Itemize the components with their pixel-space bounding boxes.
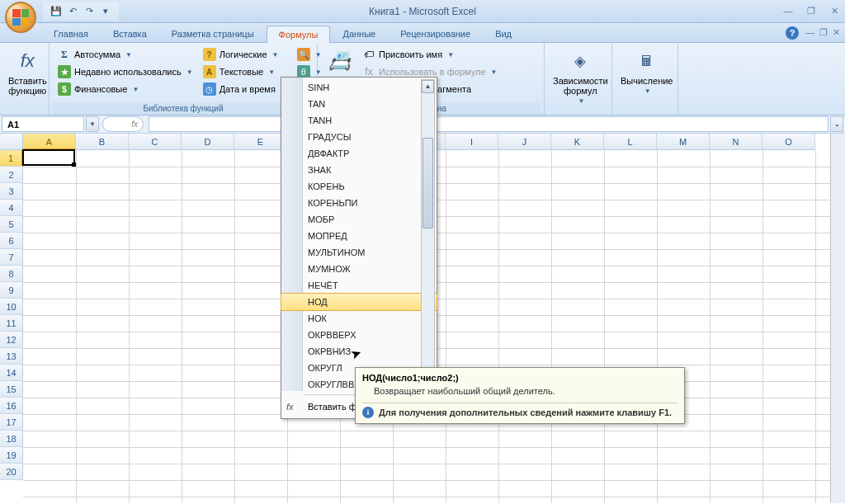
row-headers: 1234567891011121314151617181920 [0, 150, 23, 480]
row-header[interactable]: 19 [0, 447, 23, 464]
qat-dropdown-icon[interactable]: ▾ [99, 5, 112, 18]
active-cell[interactable] [22, 149, 75, 166]
wb-minimize-button[interactable]: — [805, 27, 814, 38]
minimize-button[interactable]: — [781, 6, 795, 16]
office-button[interactable] [5, 2, 36, 33]
tab-view[interactable]: Вид [483, 25, 524, 42]
redo-icon[interactable]: ↷ [83, 5, 96, 18]
column-header[interactable]: L [604, 134, 657, 150]
row-header[interactable]: 8 [0, 266, 23, 282]
define-name-button[interactable]: 🏷Присвоить имя▼ [359, 46, 500, 63]
tab-formulas[interactable]: Формулы [267, 26, 331, 43]
formula-input[interactable] [149, 116, 828, 132]
function-menu-item[interactable]: МОПРЕД [281, 228, 437, 244]
row-header[interactable]: 14 [0, 365, 23, 381]
column-header[interactable]: M [657, 134, 710, 150]
column-header[interactable]: C [129, 134, 182, 150]
column-header[interactable]: D [182, 134, 234, 150]
row-header[interactable]: 12 [0, 332, 23, 348]
tab-data[interactable]: Данные [330, 25, 388, 42]
function-menu-item[interactable]: КОРЕНЬ [281, 178, 437, 195]
close-button[interactable]: ✕ [827, 6, 842, 16]
column-header[interactable]: I [446, 134, 498, 150]
tab-review[interactable]: Рецензирование [388, 25, 483, 42]
window-controls: — ❐ ✕ [781, 6, 842, 16]
row-header[interactable]: 15 [0, 381, 23, 398]
function-menu-item[interactable]: ОКРВНИЗ [281, 343, 437, 360]
text-button[interactable]: AТекстовые▼ [200, 64, 290, 80]
autosum-button[interactable]: ΣАвтосумма▼ [54, 46, 196, 63]
row-header[interactable]: 3 [0, 183, 23, 200]
function-menu-item[interactable]: ГРАДУСЫ [281, 129, 437, 145]
wb-restore-button[interactable]: ❐ [819, 27, 828, 38]
scroll-thumb[interactable] [422, 138, 433, 228]
row-header[interactable]: 16 [0, 398, 23, 414]
undo-icon[interactable]: ↶ [66, 5, 79, 18]
menu-scrollbar[interactable]: ▲ ▼ [421, 79, 435, 389]
row-header[interactable]: 18 [0, 431, 23, 447]
datetime-button[interactable]: ◷Дата и время▼ [200, 81, 290, 97]
row-header[interactable]: 5 [0, 216, 23, 233]
tab-page-layout[interactable]: Разметка страницы [159, 25, 267, 42]
financial-button[interactable]: $Финансовые▼ [54, 81, 196, 97]
name-box-dropdown[interactable]: ▼ [86, 116, 99, 132]
row-header[interactable]: 10 [0, 299, 23, 315]
function-menu-item[interactable]: НЕЧЁТ [281, 277, 437, 294]
row-header[interactable]: 17 [0, 414, 23, 431]
vertical-scrollbar[interactable] [830, 134, 845, 503]
function-menu-item[interactable]: ЗНАК [281, 162, 437, 178]
row-header[interactable]: 6 [0, 233, 23, 249]
scroll-up-button[interactable]: ▲ [422, 80, 434, 93]
row-header[interactable]: 2 [0, 167, 23, 183]
fx-button[interactable]: fx [102, 116, 144, 132]
function-menu-item[interactable]: TAN [281, 96, 437, 112]
column-header[interactable]: N [710, 134, 762, 150]
select-all-corner[interactable] [0, 134, 23, 150]
row-header[interactable]: 13 [0, 348, 23, 365]
function-menu-item[interactable]: НОД [281, 293, 437, 311]
office-logo-icon [12, 9, 29, 26]
tab-insert[interactable]: Вставка [101, 25, 159, 42]
function-menu-item[interactable]: SINH [281, 79, 437, 96]
formula-auditing-button[interactable]: ◈ Зависимости формул ▼ [548, 45, 613, 108]
column-header[interactable]: A [23, 134, 76, 150]
fx-icon: fx [286, 402, 294, 412]
function-tooltip: НОД(число1;число2;) Возвращает наибольши… [355, 367, 685, 424]
calculation-button[interactable]: 🖩 Вычисление ▼ [616, 45, 678, 98]
function-menu-item[interactable]: МОБР [281, 211, 437, 228]
help-icon[interactable]: ? [786, 26, 799, 40]
column-header[interactable]: E [234, 134, 287, 150]
column-header[interactable]: J [498, 134, 551, 150]
wb-close-button[interactable]: ✕ [833, 27, 840, 38]
function-menu-item[interactable]: ОКРВВЕРХ [281, 327, 437, 343]
maximize-button[interactable]: ❐ [804, 6, 819, 16]
row-header[interactable]: 20 [0, 464, 23, 480]
expand-formula-bar-icon[interactable]: ⌄ [830, 116, 843, 132]
function-menu-item[interactable]: МУМНОЖ [281, 261, 437, 277]
chevron-down-icon: ▼ [447, 51, 454, 59]
function-menu-item[interactable]: НОК [281, 310, 437, 327]
insert-function-button[interactable]: fx Вставить функцию [3, 45, 52, 99]
function-menu-item[interactable]: МУЛЬТИНОМ [281, 244, 437, 261]
row-header[interactable]: 11 [0, 315, 23, 332]
column-header[interactable]: O [762, 134, 815, 150]
function-menu-item[interactable]: ДВФАКТР [281, 145, 437, 162]
row-header[interactable]: 1 [0, 150, 23, 167]
name-manager-button[interactable]: 📇 [321, 45, 357, 78]
function-menu-item[interactable]: КОРЕНЬПИ [281, 195, 437, 211]
financial-icon: $ [58, 82, 71, 96]
info-icon: i [362, 407, 374, 418]
name-box[interactable]: A1 [2, 116, 84, 132]
lookup-icon: 🔍 [297, 48, 310, 61]
recently-used-button[interactable]: ★Недавно использовались▼ [54, 64, 196, 80]
function-menu-item[interactable]: TANH [281, 112, 437, 129]
row-header[interactable]: 9 [0, 282, 23, 299]
tab-home[interactable]: Главная [41, 25, 101, 42]
quick-access-toolbar: 💾 ↶ ↷ ▾ [43, 2, 119, 21]
row-header[interactable]: 4 [0, 200, 23, 216]
save-icon[interactable]: 💾 [50, 5, 63, 18]
row-header[interactable]: 7 [0, 249, 23, 266]
column-header[interactable]: B [76, 134, 129, 150]
logical-button[interactable]: ?Логические▼ [200, 46, 290, 63]
column-header[interactable]: K [551, 134, 604, 150]
